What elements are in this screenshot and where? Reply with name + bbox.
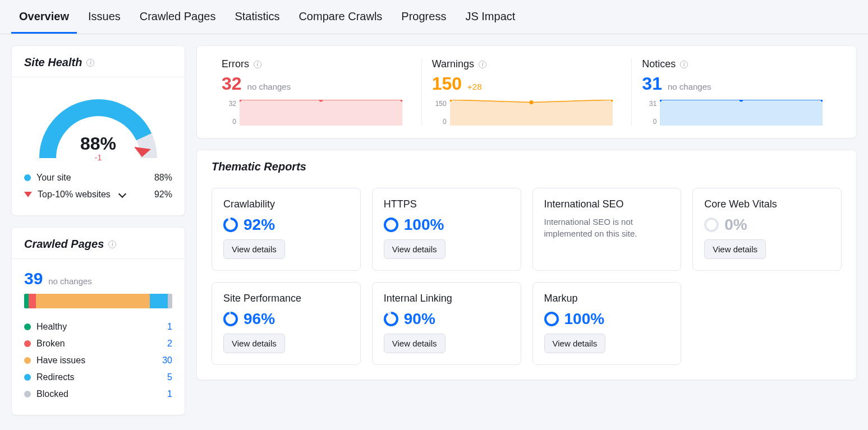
crawled-row-broken[interactable]: Broken2 [24,335,172,352]
issue-value: 31 [642,73,662,94]
crawled-pages-title: Crawled Pages [24,238,104,251]
svg-point-17 [224,313,237,325]
tab-progress[interactable]: Progress [393,0,454,34]
svg-point-5 [529,100,533,104]
crawled-row-have-issues[interactable]: Have issues30 [24,352,172,369]
gauge-value: 88% [80,133,116,154]
tile-international-seo: International SEOInternational SEO is no… [532,188,682,271]
progress-ring-icon [384,218,398,232]
tile-subtext: International SEO is not implemented on … [544,216,670,239]
crawled-row-healthy[interactable]: Healthy1 [24,318,172,335]
issue-title: Warnings [432,58,474,70]
tab-compare-crawls[interactable]: Compare Crawls [291,0,390,34]
crawled-row-label: Blocked [36,389,68,399]
tile-value: 90% [404,310,435,328]
site-health-title: Site Health [24,56,82,69]
info-icon[interactable]: i [680,61,688,68]
segment-healthy[interactable] [24,294,29,308]
legend-your-site: Your site 88% [24,169,172,186]
tile-value: 100% [564,310,605,328]
segment-have-issues[interactable] [36,294,150,308]
issue-col-notices[interactable]: Noticesi31no changes310 [632,58,842,126]
dot-icon [24,340,31,347]
axis-top: 31 [649,100,656,108]
tile-title: Site Performance [223,293,349,304]
issue-value: 32 [222,73,242,94]
svg-point-11 [224,219,237,231]
sparkline [240,100,402,126]
legend-value: 92% [154,189,172,200]
segment-broken[interactable] [29,294,36,308]
view-details-button[interactable]: View details [544,334,606,353]
issue-col-errors[interactable]: Errorsi32no changes320 [212,58,422,126]
axis-top: 150 [435,100,447,108]
crawled-stack-bar [24,294,172,308]
tile-internal-linking: Internal Linking90%View details [372,282,521,365]
dot-icon [24,357,31,364]
progress-ring-icon [223,312,238,326]
progress-ring-icon [384,312,398,326]
axis-bot: 0 [653,118,657,126]
info-icon[interactable]: i [254,61,261,68]
tile-crawlability: Crawlability92%View details [212,188,361,271]
crawled-row-value: 30 [162,355,172,366]
tile-value: 0% [724,216,747,234]
crawled-row-value: 1 [167,389,172,399]
crawled-total: 39 [24,269,43,288]
tab-overview[interactable]: Overview [11,0,77,34]
site-health-card: Site Health i 88% -1 Your site [11,45,185,216]
tab-statistics[interactable]: Statistics [227,0,287,34]
crawled-row-label: Broken [36,339,65,349]
legend-top10[interactable]: Top-10% websites 92% [24,186,172,203]
issue-title: Errors [222,58,249,70]
issue-note: no changes [247,82,291,91]
crawled-row-redirects[interactable]: Redirects5 [24,369,172,386]
triangle-down-icon [24,192,32,197]
main-tabs: OverviewIssuesCrawled PagesStatisticsCom… [0,0,868,34]
tile-title: Internal Linking [384,293,509,304]
sparkline [660,100,823,126]
dot-icon [24,391,31,397]
segment-blocked[interactable] [168,294,172,308]
svg-point-21 [545,313,558,325]
tab-crawled-pages[interactable]: Crawled Pages [132,0,224,34]
info-icon[interactable]: i [86,59,94,67]
axis-bot: 0 [232,118,236,126]
dot-icon [24,174,31,181]
thematic-title: Thematic Reports [197,150,856,177]
tile-site-performance: Site Performance96%View details [212,282,361,365]
info-icon[interactable]: i [479,61,486,68]
tile-value: 100% [404,216,444,234]
crawled-row-value: 2 [167,339,172,349]
segment-redirects[interactable] [150,294,168,308]
view-details-button[interactable]: View details [384,239,446,259]
tab-js-impact[interactable]: JS Impact [457,0,523,34]
view-details-button[interactable]: View details [384,334,446,353]
tab-issues[interactable]: Issues [80,0,128,34]
legend-value: 88% [154,173,172,183]
tile-core-web-vitals: Core Web Vitals0%View details [692,188,842,271]
progress-ring-icon [223,218,238,232]
issues-summary-card: Errorsi32no changes320Warningsi150+28150… [196,45,857,138]
dot-icon [24,323,31,330]
axis-top: 32 [229,100,236,108]
view-details-button[interactable]: View details [704,239,766,259]
tile-value: 92% [244,216,275,234]
dot-icon [24,374,31,381]
view-details-button[interactable]: View details [223,334,285,353]
svg-point-13 [385,219,397,231]
tile-title: Core Web Vitals [704,198,830,210]
view-details-button[interactable]: View details [223,239,285,259]
info-icon[interactable]: i [108,241,116,248]
issue-value: 150 [432,73,462,94]
crawled-row-value: 5 [167,372,172,382]
crawled-row-blocked[interactable]: Blocked1 [24,386,172,403]
tile-title: International SEO [544,198,670,210]
svg-point-14 [705,219,718,231]
axis-bot: 0 [443,118,447,126]
crawled-row-value: 1 [167,322,172,332]
issue-col-warnings[interactable]: Warningsi150+281500 [422,58,632,126]
crawled-row-label: Healthy [36,322,67,332]
tile-title: Markup [544,293,670,304]
svg-point-19 [385,313,397,325]
